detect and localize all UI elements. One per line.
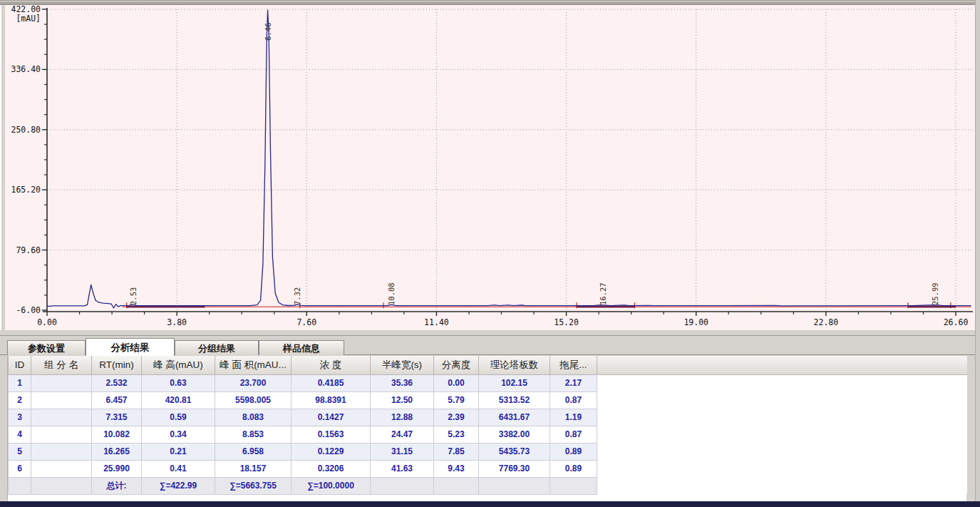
chromatogram-panel: 422.00336.40250.80165.2079.60-6.00[mAU]0… <box>0 0 980 330</box>
totals-cell <box>434 477 479 494</box>
column-header[interactable]: 组 分 名 <box>31 356 92 374</box>
table-cell: 5 <box>9 443 31 460</box>
chromatogram-plot[interactable]: 422.00336.40250.80165.2079.60-6.00[mAU]0… <box>0 0 980 330</box>
svg-text:-6.00: -6.00 <box>16 305 41 315</box>
table-cell: 10.082 <box>92 426 142 443</box>
totals-cell <box>9 477 31 494</box>
column-header[interactable]: 半峰宽(s) <box>371 356 434 374</box>
row-filler <box>597 443 967 460</box>
svg-text:165.20: 165.20 <box>11 185 41 195</box>
table-cell: 0.00 <box>434 374 479 391</box>
table-cell: 3382.00 <box>479 426 550 443</box>
table-cell: 0.89 <box>550 443 597 460</box>
table-cell: 5598.005 <box>215 391 292 409</box>
table-row[interactable]: 12.5320.6323.7000.418535.360.00102.152.1… <box>9 374 967 391</box>
totals-cell <box>479 477 550 494</box>
column-header[interactable]: 理论塔板数 <box>479 356 550 374</box>
column-header[interactable]: 峰 高(mAU) <box>142 356 215 374</box>
table-cell: 2.17 <box>550 374 597 391</box>
svg-text:26.60: 26.60 <box>944 317 969 327</box>
table-cell: 18.157 <box>215 460 292 477</box>
table-cell: 12.50 <box>371 391 434 409</box>
row-filler <box>597 409 967 426</box>
tab-group-results[interactable]: 分组结果 <box>175 340 259 355</box>
svg-text:19.00: 19.00 <box>684 317 708 327</box>
table-cell: 41.63 <box>371 460 434 477</box>
peak-rt-label: 25.99 <box>931 282 939 305</box>
table-cell: 1 <box>9 374 31 391</box>
table-cell: 0.59 <box>142 409 215 426</box>
totals-cell <box>31 477 92 494</box>
table-cell: 0.34 <box>142 426 215 443</box>
row-filler <box>597 374 967 391</box>
table-cell <box>31 374 92 391</box>
table-cell: 0.87 <box>550 426 597 443</box>
column-header[interactable]: 峰 面 积(mAU... <box>215 356 292 374</box>
table-cell: 0.63 <box>142 374 215 391</box>
table-cell: 9.43 <box>434 460 479 477</box>
peak-rt-label: 7.32 <box>293 287 301 305</box>
table-cell: 8.083 <box>215 409 292 426</box>
column-header[interactable]: ID <box>9 356 31 374</box>
window-bottom-bar <box>0 501 980 507</box>
table-cell: 102.15 <box>479 374 550 391</box>
table-cell <box>31 443 92 460</box>
window-right-edge <box>975 0 980 507</box>
table-cell <box>31 409 92 426</box>
totals-cell: 总计: <box>92 477 142 494</box>
table-cell: 8.853 <box>215 426 292 443</box>
tab-parameter-settings[interactable]: 参数设置 <box>7 340 86 355</box>
table-cell: 0.1563 <box>292 426 371 443</box>
table-cell: 35.36 <box>371 374 434 391</box>
table-cell: 31.15 <box>371 443 434 460</box>
column-header[interactable]: 浓 度 <box>292 356 371 374</box>
table-cell: 0.4185 <box>292 374 371 391</box>
table-cell: 25.990 <box>92 460 142 477</box>
table-cell: 6 <box>9 460 31 477</box>
peak-rt-label: 6.46 <box>264 23 272 41</box>
peak-rt-label: 10.08 <box>387 282 396 305</box>
svg-text:22.80: 22.80 <box>814 317 839 327</box>
table-cell: 12.88 <box>371 409 434 426</box>
table-cell: 0.89 <box>550 460 597 477</box>
table-row[interactable]: 37.3150.598.0830.142712.882.396431.671.1… <box>9 409 967 426</box>
table-cell: 0.3206 <box>292 460 371 477</box>
table-cell: 0.1229 <box>292 443 371 460</box>
column-header[interactable]: 分离度 <box>434 356 479 374</box>
totals-cell: ∑=5663.755 <box>215 477 292 494</box>
svg-text:15.20: 15.20 <box>554 317 579 327</box>
table-cell: 23.700 <box>215 374 292 391</box>
row-filler <box>597 426 967 443</box>
table-cell: 1.19 <box>550 409 597 426</box>
totals-cell <box>550 477 597 494</box>
table-row[interactable]: 410.0820.348.8530.156324.475.233382.000.… <box>9 426 967 443</box>
table-cell: 2.532 <box>92 374 142 391</box>
table-row[interactable]: 625.9900.4118.1570.320641.639.437769.300… <box>9 460 967 477</box>
table-cell: 5.23 <box>434 426 479 443</box>
table-cell: 0.1427 <box>292 409 371 426</box>
table-cell: 2.39 <box>434 409 479 426</box>
table-cell: 2 <box>9 391 31 409</box>
totals-row: 总计:∑=422.99∑=5663.755∑=100.0000 <box>9 477 967 494</box>
table-cell: 4 <box>9 426 31 443</box>
table-row[interactable]: 516.2650.216.9580.122931.157.855435.730.… <box>9 443 967 460</box>
svg-text:250.80: 250.80 <box>11 125 41 135</box>
totals-cell <box>371 477 434 494</box>
tab-analysis-results[interactable]: 分析结果 <box>86 338 175 356</box>
table-cell <box>31 460 92 477</box>
row-filler <box>597 477 967 494</box>
panel-divider <box>0 335 980 336</box>
table-row[interactable]: 26.457420.815598.00598.839112.505.795313… <box>9 391 967 409</box>
peak-rt-label: 2.53 <box>129 287 138 305</box>
table-cell: 0.87 <box>550 391 597 409</box>
table-cell: 5.79 <box>434 391 479 409</box>
svg-text:0.00: 0.00 <box>37 317 57 327</box>
svg-text:336.40: 336.40 <box>11 64 41 74</box>
column-header[interactable]: 拖尾... <box>550 356 597 374</box>
table-cell: 24.47 <box>371 426 434 443</box>
tab-sample-info[interactable]: 样品信息 <box>259 340 344 355</box>
table-cell: 16.265 <box>92 443 142 460</box>
column-header[interactable]: RT(min) <box>92 356 142 374</box>
table-cell: 6431.67 <box>479 409 550 426</box>
table-cell <box>31 391 92 409</box>
